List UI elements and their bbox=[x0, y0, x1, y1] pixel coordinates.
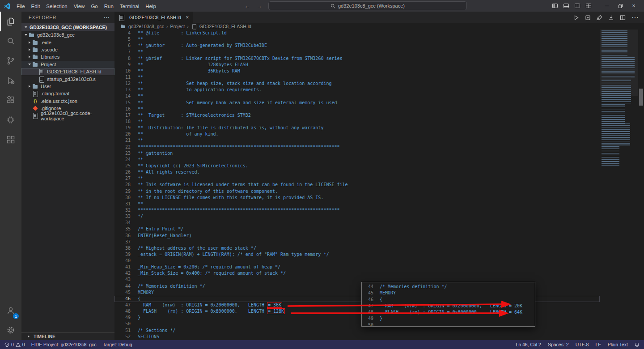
run-debug-icon[interactable] bbox=[0, 71, 21, 90]
tree-item-icon bbox=[32, 61, 38, 68]
annotation-box-flash-length: = 128K bbox=[267, 308, 285, 314]
line-text: SECTIONS bbox=[131, 334, 159, 340]
back-arrow-icon[interactable]: ← bbox=[244, 3, 250, 9]
tree-item[interactable]: {} .eide.usr.ctx.json bbox=[21, 98, 114, 105]
views-more-actions-icon[interactable]: ··· bbox=[104, 15, 110, 20]
code-line: 28 ** This software is licensed under te… bbox=[114, 182, 600, 188]
restore-button[interactable] bbox=[614, 0, 627, 12]
tab-close-icon[interactable]: × bbox=[186, 15, 189, 20]
search-sidebar-icon[interactable] bbox=[0, 31, 21, 51]
annotation-box-ram-length: = 36K bbox=[267, 302, 282, 308]
breadcrumb-item[interactable]: Project bbox=[170, 24, 185, 29]
tree-item[interactable]: gd32e103c8_gcc.code-workspace bbox=[21, 112, 114, 119]
more-actions-button[interactable]: ··· bbox=[631, 13, 639, 21]
line-text: ** bbox=[131, 74, 143, 81]
line-text: ** bbox=[131, 49, 143, 55]
line-number: 41 bbox=[114, 264, 131, 270]
tree-item-icon bbox=[38, 68, 45, 75]
account-icon[interactable]: 1 bbox=[0, 301, 21, 320]
explorer-icon[interactable] bbox=[0, 12, 21, 31]
popup-line-number: 48 bbox=[362, 309, 373, 315]
line-number: 31 bbox=[114, 201, 131, 207]
line-number: 44 bbox=[114, 283, 131, 289]
menu-item[interactable]: Go bbox=[88, 3, 101, 10]
forward-arrow-icon[interactable]: → bbox=[256, 3, 262, 9]
language-mode-status[interactable]: Plain Text bbox=[608, 342, 628, 347]
toggle-secondary-sidebar-icon[interactable] bbox=[574, 3, 580, 9]
tree-item[interactable]: .eide bbox=[21, 38, 114, 46]
line-number: 24 bbox=[114, 157, 131, 163]
source-control-icon[interactable] bbox=[0, 51, 21, 71]
toggle-sidebar-icon[interactable] bbox=[552, 3, 558, 9]
line-text: /* Highest address of the user mode stac… bbox=[131, 245, 256, 251]
build-button[interactable] bbox=[585, 15, 591, 21]
encoding-status[interactable]: UTF-8 bbox=[576, 342, 589, 347]
tree-item[interactable]: startup_gd32e103c8.s bbox=[21, 75, 114, 82]
line-number: 52 bbox=[114, 334, 131, 340]
code-line: 17 ** Target : STMicroelectronics STM32 bbox=[114, 112, 600, 119]
line-text: ** bbox=[131, 119, 143, 125]
chevron-down-icon bbox=[23, 26, 29, 28]
eide-project-status[interactable]: EIDE Project: gd32e103c8_gcc bbox=[31, 342, 97, 347]
problems-status[interactable]: 0 0 bbox=[4, 342, 25, 347]
workbench: 1 EXPLORER ··· GD32E103C8_GCC (WORKSPACE… bbox=[0, 12, 644, 340]
menu-item[interactable]: Edit bbox=[28, 3, 43, 10]
line-number: 27 bbox=[114, 175, 131, 182]
download-flash-button[interactable] bbox=[608, 15, 614, 21]
target-status[interactable]: Target: Debug bbox=[103, 342, 132, 347]
tree-item[interactable]: gd32e103c8_gcc bbox=[21, 31, 114, 38]
toggle-panel-icon[interactable] bbox=[563, 3, 569, 9]
eide-chip-icon[interactable] bbox=[0, 110, 21, 130]
code-line: 32 *************************************… bbox=[114, 207, 600, 213]
tab-gd32e103c8-flash-ld[interactable]: GD32E103C8_FLASH.ld × bbox=[114, 12, 193, 23]
minimize-button[interactable]: ─ bbox=[600, 0, 614, 12]
clean-button[interactable] bbox=[597, 15, 602, 21]
indentation-status[interactable]: Spaces: 2 bbox=[548, 342, 569, 347]
menu-item[interactable]: Help bbox=[142, 3, 159, 10]
tree-item[interactable]: .vscode bbox=[21, 46, 114, 53]
run-button[interactable] bbox=[573, 15, 579, 21]
minimap[interactable] bbox=[600, 30, 638, 340]
extensions-icon[interactable] bbox=[0, 90, 21, 110]
cursor-position[interactable]: Ln 46, Col 2 bbox=[516, 342, 541, 347]
code-line: 6 ** @author : Auto-generated by STM32Cu… bbox=[114, 43, 600, 49]
menu-item[interactable]: View bbox=[71, 3, 88, 10]
tree-item[interactable]: Libraries bbox=[21, 53, 114, 60]
line-number: 30 bbox=[114, 195, 131, 201]
command-center-search[interactable]: gd32e103c8_gcc (Workspace) bbox=[268, 1, 467, 10]
popup-line-text: FLASH (rx) : ORIGIN = 0x8000000, LENGTH … bbox=[373, 309, 522, 315]
breadcrumb-item[interactable]: GD32E103C8_FLASH.ld bbox=[199, 24, 251, 29]
tree-item[interactable]: GD32E103C8_FLASH.ld bbox=[21, 68, 114, 75]
settings-gear-icon[interactable] bbox=[0, 320, 21, 340]
bell-icon[interactable] bbox=[635, 342, 640, 347]
scrollbar-thumb[interactable] bbox=[639, 89, 643, 106]
line-number: 16 bbox=[114, 106, 131, 112]
line-number: 6 bbox=[114, 43, 131, 49]
folder-icon bbox=[120, 24, 125, 29]
eol-status[interactable]: LF bbox=[595, 342, 601, 347]
cloud-tools-icon[interactable] bbox=[0, 130, 21, 149]
tree-item[interactable]: User bbox=[21, 83, 114, 90]
tree-item[interactable]: Project bbox=[21, 61, 114, 68]
close-button[interactable]: × bbox=[627, 0, 640, 12]
line-number: 39 bbox=[114, 251, 131, 258]
breadcrumb-item[interactable]: gd32e103c8_gcc bbox=[128, 24, 164, 29]
menu-item[interactable]: Run bbox=[101, 3, 117, 10]
timeline-section-header[interactable]: TIMELINE bbox=[21, 332, 114, 340]
tree-item[interactable]: .clang-format bbox=[21, 90, 114, 97]
split-editor-button[interactable] bbox=[620, 15, 626, 21]
customize-layout-icon[interactable] bbox=[585, 3, 592, 9]
line-number: 11 bbox=[114, 74, 131, 81]
minimap-marks bbox=[602, 104, 625, 123]
workspace-section-header[interactable]: GD32E103C8_GCC (WORKSPACE) bbox=[21, 23, 114, 31]
code-line: 18 ** bbox=[114, 119, 600, 125]
menu-item[interactable]: Selection bbox=[43, 3, 70, 10]
line-text: ** bbox=[131, 36, 143, 43]
tree-item-label: Project bbox=[41, 62, 56, 67]
line-text: */ bbox=[131, 213, 143, 220]
menu-item[interactable]: File bbox=[13, 3, 28, 10]
vertical-scrollbar[interactable] bbox=[638, 30, 644, 340]
tree-item-label: gd32e103c8_gcc.code-workspace bbox=[41, 111, 114, 121]
code-line: 12 ** Set heap size, stack size and stac… bbox=[114, 81, 600, 87]
menu-item[interactable]: Terminal bbox=[117, 3, 142, 10]
